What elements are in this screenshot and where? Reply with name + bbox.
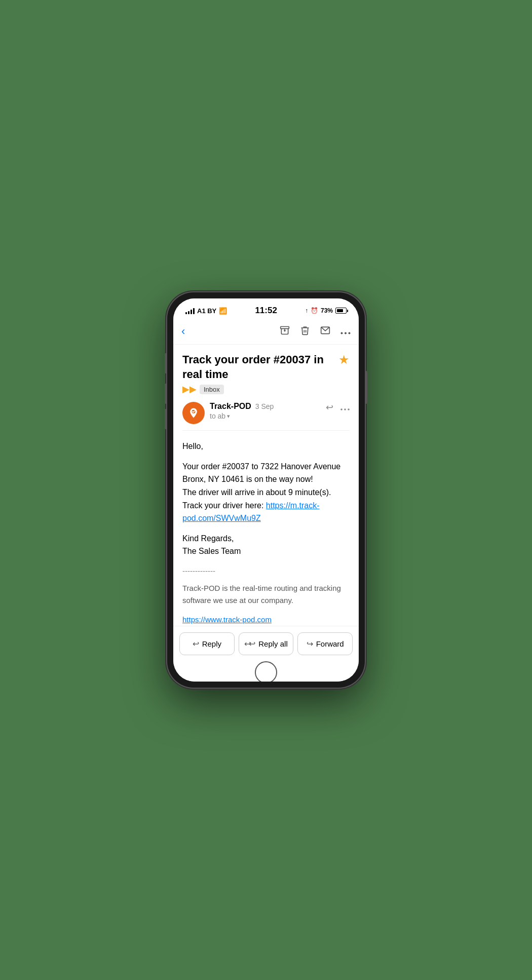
email-divider: ------------- (182, 565, 350, 577)
email-subject-row: Track your order #20037 in real time ▶▶ … (182, 353, 350, 395)
reply-all-label: Reply all (258, 639, 288, 648)
back-button[interactable]: ‹ (181, 323, 189, 340)
toolbar-icons (280, 325, 351, 338)
battery-indicator (335, 308, 347, 314)
battery-percent: 73% (321, 307, 333, 314)
svg-rect-0 (281, 326, 289, 328)
email-footer: Track-POD is the real-time routing and t… (182, 582, 350, 626)
wifi-icon: 📶 (219, 307, 227, 315)
status-time: 11:52 (255, 306, 277, 316)
svg-point-8 (340, 408, 343, 410)
home-indicator (173, 663, 359, 682)
reply-all-icon: ↩↩ (244, 639, 253, 649)
reply-all-button[interactable]: ↩↩ Reply all (239, 632, 294, 655)
carrier-label: A1 BY (197, 307, 216, 315)
email-toolbar: ‹ (173, 319, 359, 345)
body-order-text: Your order #20037 to 7322 Hanover Avenue… (182, 460, 350, 525)
reply-button[interactable]: ↩ Reply (179, 632, 235, 655)
sender-row: Track-POD 3 Sep to ab ▾ ↩ (182, 402, 350, 431)
action-bar: ↩ Reply ↩↩ Reply all ↪ Forward (173, 626, 359, 663)
archive-button[interactable] (280, 325, 290, 338)
inbox-badge: Inbox (200, 385, 224, 394)
sender-avatar (182, 402, 205, 424)
sender-name: Track-POD (210, 402, 251, 411)
sender-name-row: Track-POD 3 Sep (210, 402, 326, 411)
email-subject-container: Track your order #20037 in real time ▶▶ … (182, 353, 334, 395)
email-content: Track your order #20037 in real time ▶▶ … (173, 345, 359, 626)
more-inline-button[interactable] (340, 402, 350, 413)
body-greeting: Hello, (182, 440, 350, 453)
star-button[interactable]: ★ (338, 353, 350, 367)
status-bar: A1 BY 📶 11:52 ↑ ⏰ 73% (173, 298, 359, 319)
svg-point-4 (345, 332, 347, 334)
email-body: Hello, Your order #20037 to 7322 Hanover… (182, 440, 350, 626)
reply-icon: ↩ (193, 639, 199, 649)
email-subject: Track your order #20037 in real time (182, 353, 334, 382)
svg-point-9 (344, 408, 346, 410)
forward-label: Forward (316, 639, 344, 648)
status-right: ↑ ⏰ 73% (305, 307, 347, 314)
reply-inline-button[interactable]: ↩ (326, 402, 333, 413)
reply-label: Reply (202, 639, 221, 648)
svg-point-10 (348, 408, 350, 410)
home-button[interactable] (255, 661, 277, 682)
chevron-down-icon: ▾ (227, 413, 230, 420)
svg-point-5 (349, 332, 351, 334)
sender-actions: ↩ (326, 402, 350, 413)
location-icon: ↑ (305, 307, 308, 314)
sender-info: Track-POD 3 Sep to ab ▾ (210, 402, 326, 420)
alarm-icon: ⏰ (311, 307, 318, 314)
mail-button[interactable] (320, 325, 330, 338)
more-button[interactable] (340, 326, 351, 337)
subject-badges: ▶▶ Inbox (182, 384, 334, 395)
sender-to[interactable]: to ab ▾ (210, 412, 326, 420)
svg-point-3 (341, 332, 343, 334)
footer-link[interactable]: https://www.track-pod.com (182, 615, 272, 624)
body-regards: Kind Regards, The Sales Team (182, 532, 350, 558)
forward-button[interactable]: ↪ Forward (297, 632, 353, 655)
badge-arrow-icon: ▶▶ (182, 384, 197, 395)
sender-date: 3 Sep (255, 402, 274, 410)
signal-bars (185, 308, 195, 314)
forward-icon: ↪ (307, 639, 313, 649)
status-left: A1 BY 📶 (185, 307, 227, 315)
trash-button[interactable] (300, 325, 310, 338)
